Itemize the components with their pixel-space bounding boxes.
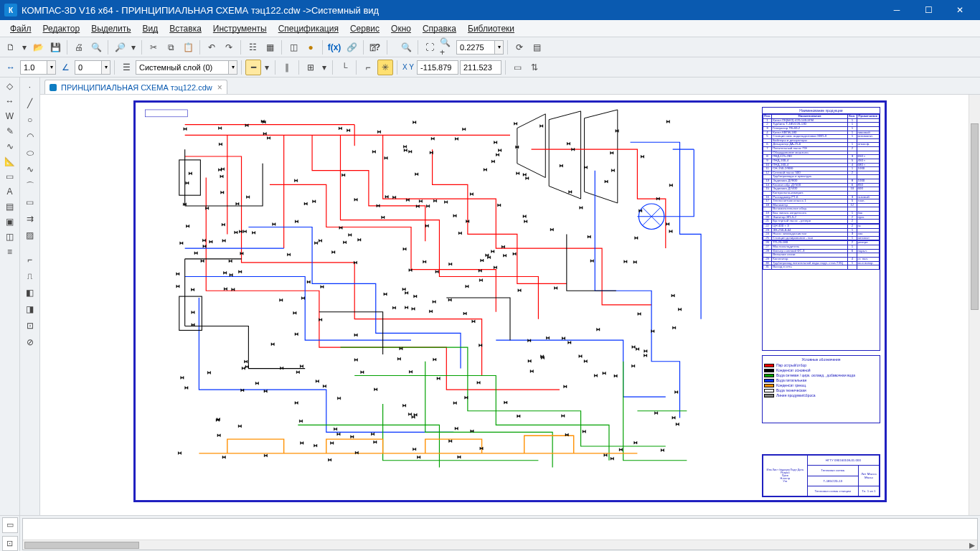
menu-tools[interactable]: Инструменты [207,22,273,35]
copy-button[interactable]: ⧉ [163,39,179,55]
step-input[interactable] [20,60,47,75]
undo-button[interactable]: ↶ [204,39,220,55]
line-style-button[interactable]: ━ [245,60,261,75]
grid-dropdown[interactable]: ▾ [320,60,329,75]
properties-button[interactable]: ☷ [245,39,260,55]
angle-input[interactable] [75,60,102,75]
coord-y-field[interactable] [460,60,501,75]
layer-select[interactable]: ▾ [136,60,237,75]
minimize-button[interactable]: ─ [881,0,913,20]
coord-x-field[interactable] [417,60,458,75]
grid-button[interactable]: ⊞ [303,60,319,75]
cut-button[interactable]: ✂ [146,39,161,55]
cat-views-icon[interactable]: ◫ [2,230,18,244]
cat-annot-icon[interactable]: W [2,109,18,123]
property-h-scrollbar[interactable]: ▸ [23,540,977,550]
line-tool-icon[interactable]: ╱ [22,95,38,111]
menu-file[interactable]: Файл [4,22,37,35]
menu-insert[interactable]: Вставка [164,22,207,35]
close-button[interactable]: ✕ [944,0,976,20]
cat-geometry-icon[interactable]: ◇ [2,79,18,93]
zoom-all-button[interactable]: ⛶ [422,39,438,55]
offset-tool-icon[interactable]: ⇉ [22,211,38,227]
menu-service[interactable]: Сервис [344,22,385,35]
save-button[interactable]: 💾 [47,39,63,55]
zoom-value-input[interactable] [456,40,495,55]
window-titlebar: К КОМПАС-3D V16 x64 - ПРИНЦИПИАЛЬНАЯ СХЕ… [0,0,980,20]
property-panel-body[interactable]: ▸ [22,518,978,550]
zoom-in-button[interactable]: 🔍+ [439,39,455,55]
document-tab[interactable]: ПРИНЦИПИАЛЬНАЯ СХЕМА тэц122.cdw × [44,80,227,94]
cat-insert-icon[interactable]: ▣ [2,215,18,229]
cat-report-icon[interactable]: ▤ [2,199,18,214]
step-field[interactable]: ▾ [20,60,56,75]
manager-button[interactable]: ◫ [286,39,301,55]
zoom-window-button[interactable]: 🔍 [398,39,414,55]
zoom-value-field[interactable]: ▾ [456,40,504,55]
attach-button[interactable]: 🔗 [344,39,359,55]
round-button[interactable]: ⌐ [360,60,376,75]
open-button[interactable]: 📂 [30,39,46,55]
refresh-button[interactable]: ⟳ [512,39,527,55]
aux6-icon[interactable]: ⊘ [22,334,38,350]
library-button[interactable]: ▦ [262,39,278,55]
new-dropdown[interactable]: ▾ [20,39,29,55]
layer-icon[interactable]: ☰ [118,60,134,75]
hatch-tool-icon[interactable]: ▨ [22,227,38,243]
preview-button[interactable]: 🔍 [88,39,104,55]
vars-button[interactable]: f(x) [326,39,342,55]
angle-field[interactable]: ▾ [75,60,110,75]
menu-window[interactable]: Окно [385,22,417,35]
toolbar-state: ↔ ▾ ∠ ▾ ☰ ▾ ━ ▾ ∥ ⊞ ▾ └ ⌐ ✳ X Y ▭ ⇅ [0,57,980,77]
spline-tool-icon[interactable]: ∿ [22,161,38,177]
vertical-scrollbar[interactable] [969,95,980,515]
panes-button[interactable]: ▤ [529,39,545,55]
cat-spec-icon[interactable]: Α [2,184,18,199]
zoom-dropdown[interactable]: ▾ [129,39,138,55]
cat-select-icon[interactable]: ▭ [2,169,18,184]
cat-param-icon[interactable]: ∿ [2,139,18,154]
aux2-icon[interactable]: ⎍ [22,268,38,284]
maximize-button[interactable]: ☐ [913,0,944,20]
line-style-dropdown[interactable]: ▾ [263,60,271,75]
circle-tool-icon[interactable]: ○ [22,112,38,128]
constraints-button[interactable]: ▭ [509,60,525,75]
aux4-icon[interactable]: ◨ [22,301,38,317]
aux3-icon[interactable]: ◧ [22,285,38,301]
menu-edit[interactable]: Редактор [37,22,86,35]
style-button[interactable]: ● [303,39,319,55]
params-button[interactable]: ⇅ [527,60,542,75]
ellipse-tool-icon[interactable]: ⬭ [22,145,38,161]
snap-parallel-button[interactable]: ∥ [279,60,295,75]
point-tool-icon[interactable]: · [22,79,38,95]
cat-dim-icon[interactable]: ↔ [2,94,18,108]
redo-button[interactable]: ↷ [221,39,237,55]
angle-step-icon[interactable]: ∠ [57,60,73,75]
menu-libs[interactable]: Библиотеки [462,22,520,35]
ortho-button[interactable]: └ [336,60,352,75]
menu-help[interactable]: Справка [417,22,462,35]
menu-select[interactable]: Выделить [85,22,136,35]
new-button[interactable]: 🗋 [3,39,19,55]
aux5-icon[interactable]: ⊡ [22,318,38,334]
step-icon[interactable]: ↔ [3,60,19,75]
menu-view[interactable]: Вид [137,22,164,35]
layer-input[interactable] [136,60,229,75]
paste-button[interactable]: 📋 [180,39,196,55]
aux1-icon[interactable]: ⌐ [22,252,38,268]
prop-tab-2-icon[interactable]: ⊡ [2,536,18,552]
zoom-area-button[interactable]: 🔎 [112,39,128,55]
help-button[interactable]: ⍰? [367,39,383,55]
fillet-tool-icon[interactable]: ⌒ [22,178,38,194]
cat-measure-icon[interactable]: 📐 [2,154,18,169]
rect-tool-icon[interactable]: ▭ [22,194,38,210]
prop-tab-1-icon[interactable]: ▭ [2,517,18,533]
arc-tool-icon[interactable]: ◠ [22,128,38,144]
cat-edit-icon[interactable]: ✎ [2,124,18,138]
snaps-button[interactable]: ✳ [377,60,393,75]
print-button[interactable]: 🖨 [71,39,87,55]
close-tab-icon[interactable]: × [217,83,222,93]
canvas-viewport[interactable]: Наименование продукции Поз.НаименованиеК… [40,95,980,515]
cat-tools-icon[interactable]: ≡ [2,245,18,259]
menu-spec[interactable]: Спецификация [273,22,344,35]
